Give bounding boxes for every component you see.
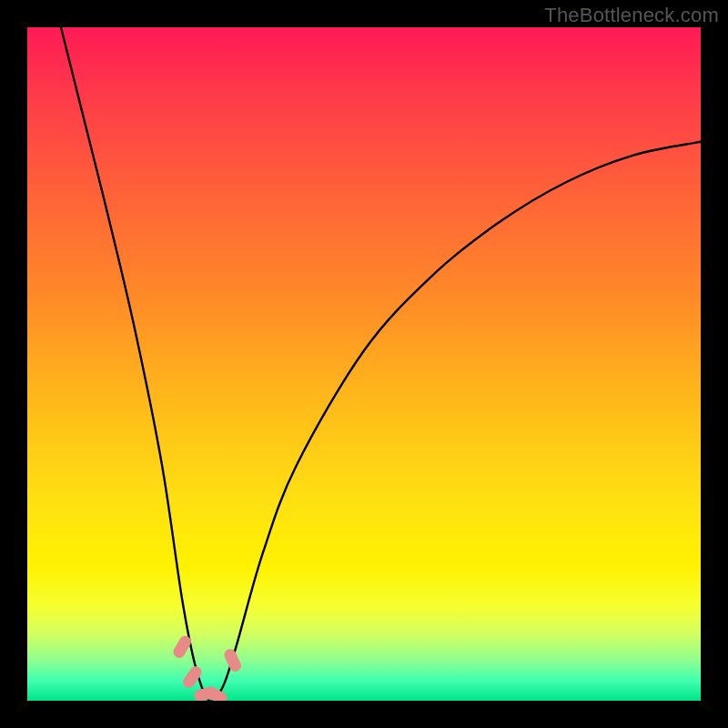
curve-markers-group [171,633,243,701]
watermark-text: TheBottleneck.com [544,4,719,27]
curve-marker [222,647,243,673]
bottleneck-curve-path [61,27,701,701]
chart-plot-area [27,27,701,701]
bottleneck-curve-svg [27,27,701,701]
